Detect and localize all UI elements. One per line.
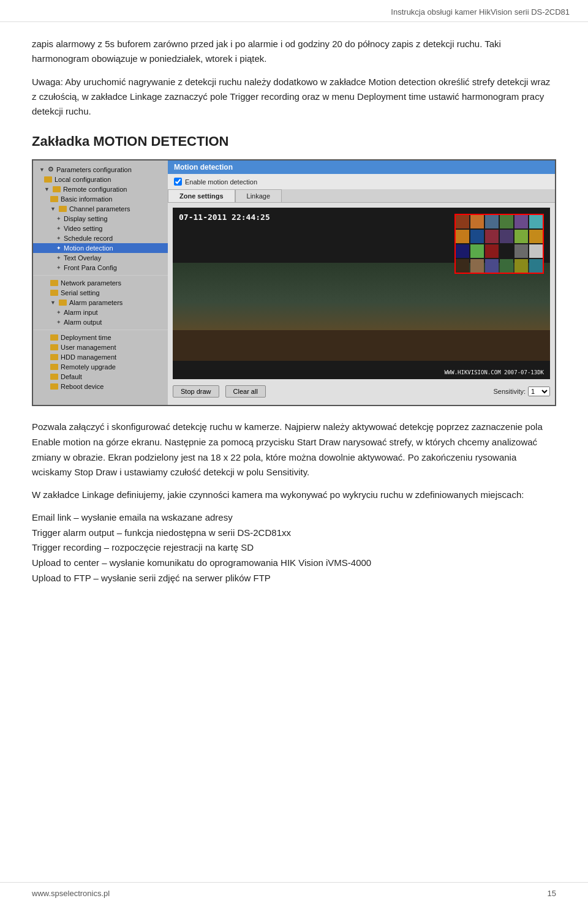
folder-icon-remote: [53, 186, 61, 192]
ss-title-bar: Motion detection: [168, 160, 555, 174]
gear-icon-params: ⚙: [48, 165, 54, 173]
sidebar-item-params[interactable]: ▼ ⚙ Parameters configuration: [33, 164, 168, 175]
bottom-status-bar: WWW.HIKVISION.COM 2007-07-13DK: [173, 366, 550, 379]
ss-controls: Stop draw Clear all Sensitivity: 1 2 3 4…: [173, 383, 550, 400]
sidebar-item-video[interactable]: ✦ Video setting: [33, 224, 168, 233]
sidebar-item-schedule[interactable]: ✦ Schedule record: [33, 233, 168, 243]
sidebar-item-deployment[interactable]: Deployment time: [33, 333, 168, 342]
sidebar-item-local[interactable]: Local configuration: [33, 175, 168, 184]
sidebar-item-alarmout[interactable]: ✦ Alarm output: [33, 317, 168, 327]
camera-timestamp: 07-11-2011 22:44:25: [179, 213, 270, 222]
camera-scene: [173, 263, 550, 361]
sidebar-item-network[interactable]: Network parameters: [33, 278, 168, 288]
footer-website: www.spselectronics.pl: [32, 889, 110, 898]
sensitivity-label: Sensitivity:: [493, 388, 526, 395]
sidebar-label-basic: Basic information: [61, 195, 112, 203]
sidebar-label-deployment: Deployment time: [61, 334, 111, 341]
sidebar-label-video: Video setting: [64, 225, 102, 232]
grid-cell: [456, 244, 469, 258]
grid-cell: [529, 230, 543, 243]
sidebar-label-motion: Motion detection: [64, 244, 113, 252]
grid-cell: [514, 244, 528, 258]
sidebar-label-upgrade: Remotely upgrade: [61, 363, 116, 371]
grid-cell: [470, 244, 484, 258]
grid-cell: [500, 244, 513, 258]
grid-cell: [456, 230, 469, 243]
sensitivity-row: Sensitivity: 1 2 3 4 5: [493, 387, 550, 396]
sidebar-label-alarm: Alarm parameters: [69, 299, 123, 306]
expand-icon-channel: ▼: [50, 206, 56, 212]
feature-item-upload-center: Upload to center – wysłanie komunikatu d…: [32, 556, 556, 571]
expand-icon: ▼: [39, 167, 45, 173]
enable-motion-checkbox[interactable]: [174, 178, 182, 186]
sidebar-label-schedule: Schedule record: [64, 235, 113, 242]
sensitivity-select[interactable]: 1 2 3 4 5: [528, 387, 550, 396]
sidebar-item-remote[interactable]: ▼ Remote configuration: [33, 184, 168, 194]
camera-shelf: [173, 330, 550, 361]
ss-checkbox-row: Enable motion detection: [168, 174, 555, 189]
folder-icon-local: [44, 176, 52, 183]
sidebar-item-users[interactable]: User management: [33, 342, 168, 352]
bottom-bar-text: WWW.HIKVISION.COM 2007-07-13DK: [444, 369, 544, 375]
gear-icon-alarmin: ✦: [56, 309, 61, 315]
intro-para-1: zapis alarmowy z 5s buforem zarówno prze…: [32, 37, 556, 66]
gear-icon-schedule: ✦: [56, 235, 61, 241]
sidebar-label-display: Display setting: [64, 215, 108, 222]
sidebar-label-reboot: Reboot device: [61, 383, 104, 390]
sidebar-item-default[interactable]: Default: [33, 372, 168, 382]
sidebar-item-serial[interactable]: Serial setting: [33, 288, 168, 298]
footer-page-number: 15: [548, 889, 556, 898]
grid-cell: [514, 230, 528, 243]
stop-draw-button[interactable]: Stop draw: [173, 385, 219, 398]
folder-icon-channel: [59, 206, 67, 212]
intro-para-2: Uwaga: Aby uruchomić nagrywanie z detekc…: [32, 75, 556, 119]
sidebar-item-basic[interactable]: Basic information: [33, 194, 168, 204]
sidebar-label-textoverlay: Text Overlay: [64, 254, 101, 262]
folder-icon-serial: [50, 290, 58, 296]
sidebar-item-alarm[interactable]: ▼ Alarm parameters: [33, 298, 168, 307]
gear-icon-frontpara: ✦: [56, 265, 61, 271]
sidebar-item-alarmin[interactable]: ✦ Alarm input: [33, 307, 168, 317]
sidebar-label-default: Default: [61, 373, 82, 380]
sidebar-item-textoverlay[interactable]: ✦ Text Overlay: [33, 253, 168, 263]
tab-linkage[interactable]: Linkage: [235, 189, 282, 202]
sidebar-label-alarmin: Alarm input: [64, 309, 98, 316]
folder-icon-network: [50, 280, 58, 286]
sidebar-label-alarmout: Alarm output: [64, 319, 102, 326]
page-footer: www.spselectronics.pl 15: [0, 882, 588, 898]
feature-item-trigger-alarm: Trigger alarm output – funkcja niedostęp…: [32, 526, 556, 541]
grid-cell: [514, 215, 528, 228]
body-para-1: Pozwala załączyć i skonfigurować detekcj…: [32, 420, 556, 480]
screenshot: ▼ ⚙ Parameters configuration Local confi…: [32, 159, 556, 406]
sidebar-label-frontpara: Front Para Config: [64, 264, 117, 271]
grid-cell: [485, 230, 499, 243]
sidebar-item-frontpara[interactable]: ✦ Front Para Config: [33, 263, 168, 273]
folder-icon-reboot: [50, 383, 58, 390]
gear-icon-textoverlay: ✦: [56, 255, 61, 261]
sidebar-item-reboot[interactable]: Reboot device: [33, 382, 168, 391]
sidebar-item-channel[interactable]: ▼ Channel parameters: [33, 204, 168, 214]
ss-camera-area: 07-11-2011 22:44:25 Kam1 WWW.HIKVISION.C…: [168, 203, 555, 405]
folder-icon-default: [50, 374, 58, 380]
gear-icon-display: ✦: [56, 216, 61, 222]
page-header: Instrukcja obsługi kamer HikVision serii…: [0, 0, 588, 22]
sidebar-item-display[interactable]: ✦ Display setting: [33, 214, 168, 224]
grid-cell: [529, 244, 543, 258]
sidebar-label-serial: Serial setting: [61, 289, 100, 296]
sidebar-item-motion[interactable]: ✦ Motion detection: [33, 243, 168, 253]
grid-cell: [470, 230, 484, 243]
grid-cell: [470, 215, 484, 228]
sidebar-item-hdd[interactable]: HDD management: [33, 352, 168, 362]
gear-icon-alarmout: ✦: [56, 319, 61, 325]
gear-icon-video: ✦: [56, 225, 61, 232]
clear-all-button[interactable]: Clear all: [225, 385, 266, 398]
sidebar-label-channel: Channel parameters: [69, 205, 130, 213]
grid-cell: [485, 215, 499, 228]
enable-motion-label: Enable motion detection: [185, 178, 257, 186]
expand-icon-alarm: ▼: [50, 300, 56, 306]
tab-zone-settings[interactable]: Zone settings: [168, 189, 235, 202]
ss-tabs: Zone settings Linkage: [168, 189, 555, 203]
folder-icon-upgrade: [50, 364, 58, 370]
sidebar-item-upgrade[interactable]: Remotely upgrade: [33, 362, 168, 372]
folder-icon-deployment: [50, 334, 58, 341]
